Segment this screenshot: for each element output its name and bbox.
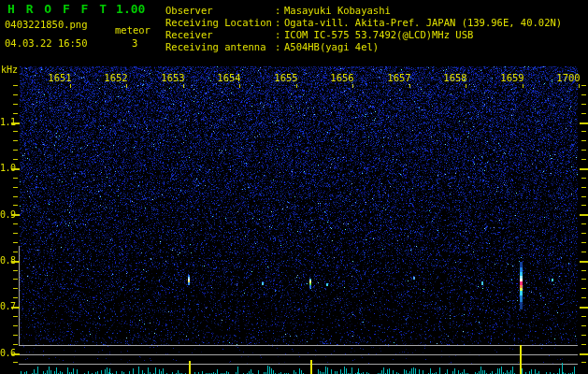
freq-tick-label: 0.7	[0, 302, 13, 311]
info-value: ICOM IC-575 53.7492(@LCD)MHz USB	[284, 30, 473, 40]
mode-label: meteor	[115, 25, 151, 36]
info-value: A504HB(yagi 4el)	[284, 42, 379, 52]
datetime-label: 04.03.22 16:50	[5, 38, 88, 49]
info-value: Masayuki Kobayashi	[284, 6, 391, 16]
time-tick-label: 1651	[45, 73, 75, 83]
time-tick-label: 1656	[327, 73, 357, 83]
info-label: Observer	[165, 6, 275, 16]
info-colon: :	[275, 6, 284, 16]
y-axis-unit: kHz	[1, 65, 18, 75]
time-tick-label: 1653	[158, 73, 188, 83]
info-row-location: Receiving Location:Ogata-vill. Akita-Pre…	[165, 18, 562, 28]
hrofft-screen: H R O F F T1.00 0403221850.png meteor 04…	[0, 0, 588, 374]
info-value: Ogata-vill. Akita-Pref. JAPAN (139.96E, …	[284, 18, 562, 28]
info-colon: :	[275, 18, 284, 28]
time-tick-label: 1654	[214, 73, 244, 83]
output-filename: 0403221850.png	[5, 20, 88, 30]
time-tick-label: 1659	[497, 73, 527, 83]
info-row-observer: Observer:Masayuki Kobayashi	[165, 6, 391, 16]
freq-tick-label: 1.0	[0, 164, 13, 173]
info-colon: :	[275, 30, 284, 40]
app-title-row: H R O F F T1.00	[7, 4, 145, 14]
time-tick-label: 1658	[440, 73, 470, 83]
time-tick-label: 1657	[384, 73, 414, 83]
info-row-receiver: Receiver:ICOM IC-575 53.7492(@LCD)MHz US…	[165, 30, 473, 40]
info-label: Receiving antenna	[165, 42, 275, 52]
time-tick-label: 1652	[101, 73, 131, 83]
app-version: 1.00	[116, 2, 145, 16]
meteor-count: 3	[132, 38, 137, 49]
app-title: H R O F F T	[7, 2, 108, 16]
spectrogram-canvas	[0, 0, 588, 374]
freq-tick-label: 0.9	[0, 210, 13, 220]
time-tick-label: 1700	[553, 73, 583, 83]
time-tick-label: 1655	[271, 73, 301, 83]
freq-tick-label: 1.1	[0, 118, 13, 127]
info-label: Receiving Location	[165, 18, 275, 28]
freq-tick-label: 0.6	[0, 349, 13, 358]
info-colon: :	[275, 42, 284, 52]
info-row-antenna: Receiving antenna:A504HB(yagi 4el)	[165, 42, 379, 52]
freq-tick-label: 0.8	[0, 256, 13, 266]
info-label: Receiver	[165, 30, 275, 40]
